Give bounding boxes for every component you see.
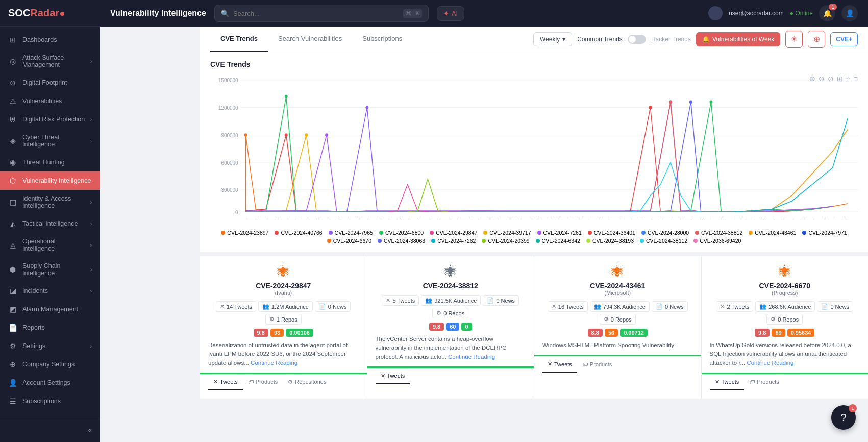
sidebar-item-vuln-intelligence[interactable]: ⬡ Vulnerability Intelligence: [0, 171, 100, 190]
sidebar-item-operational-intelligence[interactable]: ◬ Operational Intelligence ›: [0, 233, 100, 257]
score1-cve-29847: 9.8: [254, 329, 268, 337]
sidebar-item-account-settings[interactable]: 👤 Account Settings: [0, 374, 100, 392]
nav-icon-alarm-management: ◩: [8, 305, 17, 313]
legend-label-cve20: CVE-2036-69420: [700, 238, 741, 244]
sidebar-item-subscriptions[interactable]: ☰ Subscriptions: [0, 392, 100, 410]
nav-label-dashboards: Dashboards: [22, 36, 92, 43]
sidebar-collapse-btn[interactable]: «: [0, 422, 100, 438]
nav-icon-digital-footprint: ⊙: [8, 79, 17, 87]
score3-cve-29847: 0.00106: [286, 329, 313, 337]
legend-label-cve11: CVE-2024-43461: [755, 230, 796, 236]
svg-text:Sep 16: Sep 16: [792, 216, 806, 217]
cve-card-cve-6670: 🕷 CVE-2024-6670 (Progress) ✕ 2 Tweets 👥 …: [702, 256, 869, 399]
nav-label-cyber-threat: Cyber Threat Intelligence: [22, 134, 85, 148]
sidebar-item-identity-access[interactable]: ◫ Identity & Access Intelligence ›: [0, 190, 100, 214]
card-tab-tweets-cve-6670[interactable]: ✕ Tweets: [710, 375, 745, 390]
legend-dot-cve19: [640, 239, 644, 243]
legend-dot-cve20: [693, 239, 698, 243]
sidebar-item-attack-surface[interactable]: ◎ Attack Surface Management ›: [0, 49, 100, 73]
svg-text:0: 0: [235, 209, 238, 215]
sidebar-item-digital-footprint[interactable]: ⊙ Digital Footprint: [0, 73, 100, 92]
svg-point-50: [669, 101, 672, 104]
legend-label-cve7: CVE-2024-7261: [543, 230, 582, 236]
svg-text:Sep 03: Sep 03: [529, 216, 543, 217]
sidebar-item-company-settings[interactable]: ⊕ Company Settings: [0, 355, 100, 374]
download-icon[interactable]: ⊞: [837, 75, 843, 83]
legend-dot-cve5: [430, 231, 434, 235]
svg-text:1200000: 1200000: [218, 105, 238, 111]
card-tab-products-cve-6670[interactable]: 🏷 Products: [744, 375, 784, 390]
continue-reading-cve-6670[interactable]: Continue Reading: [747, 360, 793, 366]
weekly-dropdown[interactable]: Weekly ▾: [533, 32, 572, 46]
ai-button[interactable]: ✦ AI: [437, 6, 464, 21]
search-bar[interactable]: 🔍 ⌘ K: [214, 5, 429, 22]
zoom-in-icon[interactable]: ⊕: [809, 75, 815, 83]
notification-btn[interactable]: 🔔 1: [819, 5, 835, 21]
svg-point-45: [305, 133, 308, 136]
chat-fab[interactable]: ? 1: [831, 405, 856, 430]
svg-text:Sep 01: Sep 01: [488, 216, 502, 217]
chart-legend: CVE-2024-23897 CVE-2024-40766 CVE-2024-7…: [210, 230, 858, 244]
legend-dot-cve4: [379, 231, 383, 235]
nav-label-company-settings: Company Settings: [22, 361, 92, 368]
repos-icon-cve-43461: ⚙: [604, 316, 609, 323]
hacker-trends-toggle[interactable]: [628, 35, 646, 44]
tab-search-vulns[interactable]: Search Vulnerabilities: [268, 27, 352, 52]
sidebar-item-vulnerabilities[interactable]: ⚠ Vulnerabilities: [0, 92, 100, 110]
score2-cve-6670: 89: [772, 329, 785, 337]
card-tab-repositories-cve-29847[interactable]: ⚙ Repositories: [283, 375, 331, 390]
sidebar-item-threat-hunting[interactable]: ◉ Threat Hunting: [0, 153, 100, 171]
legend-dot-cve1: [221, 231, 225, 235]
card-tab-products-cve-29847[interactable]: 🏷 Products: [243, 375, 283, 390]
sidebar-item-cyber-threat[interactable]: ◈ Cyber Threat Intelligence ›: [0, 129, 100, 153]
tab-cve-trends[interactable]: CVE Trends: [210, 27, 268, 52]
sidebar-item-reports[interactable]: 📄 Reports: [0, 318, 100, 337]
sidebar-item-supply-chain[interactable]: ⬢ Supply Chain Intelligence ›: [0, 257, 100, 282]
card-tab-products-cve-43461[interactable]: 🏷 Products: [577, 357, 617, 373]
sidebar-item-dashboards[interactable]: ⊞ Dashboards: [0, 31, 100, 49]
continue-reading-cve-29847[interactable]: Continue Reading: [251, 360, 297, 366]
sidebar-item-incidents[interactable]: ◪ Incidents ›: [0, 282, 100, 300]
repos-badge-cve-29847: ⚙ 1 Repos: [265, 314, 302, 325]
cve-plus-btn[interactable]: CVE+: [830, 32, 858, 46]
plus-circle-btn[interactable]: ⊕: [808, 31, 825, 48]
legend-label-cve16: CVE-2024-20399: [488, 238, 529, 244]
legend-label-cve12: CVE-2024-7971: [808, 230, 847, 236]
nav-icon-account-settings: 👤: [8, 379, 17, 387]
cve-title-cve-43461: CVE-2024-43461: [542, 282, 693, 290]
chart-title: CVE Trends: [210, 60, 858, 68]
svg-text:Aug 21: Aug 21: [266, 216, 280, 217]
tab-icon-cve-6670-1: 🏷: [749, 379, 755, 385]
vulnerabilities-of-week-btn[interactable]: 🔔 Vulnerabilities of Week: [696, 32, 780, 46]
card-tab-tweets-cve-29847[interactable]: ✕ Tweets: [208, 375, 243, 390]
x-icon-cve-38812: ✕: [386, 297, 390, 304]
home-icon[interactable]: ⌂: [846, 75, 850, 83]
sidebar-item-digital-risk[interactable]: ⛨ Digital Risk Protection ›: [0, 110, 100, 129]
svg-text:Aug 24: Aug 24: [327, 216, 340, 217]
menu-icon[interactable]: ≡: [854, 75, 858, 83]
svg-text:Sep 15: Sep 15: [772, 216, 785, 217]
user-menu-btn[interactable]: 👤: [841, 5, 858, 21]
continue-reading-cve-38812[interactable]: Continue Reading: [448, 354, 495, 360]
cve-description-cve-43461: Windows MSHTML Platform Spoofing Vulnera…: [542, 341, 693, 350]
zoom-fit-icon[interactable]: ⊙: [828, 75, 834, 83]
tab-icon-cve-6670-0: ✕: [715, 379, 720, 385]
nav-label-digital-risk: Digital Risk Protection: [22, 116, 85, 123]
sidebar-item-tactical-intelligence[interactable]: ◭ Tactical Intelligence ›: [0, 214, 100, 233]
audience-icon-cve-29847: 👥: [262, 303, 269, 310]
zoom-out-icon[interactable]: ⊖: [819, 75, 825, 83]
card-tab-tweets-cve-43461[interactable]: ✕ Tweets: [542, 357, 577, 373]
main-content: CVE Trends Search Vulnerabilities Subscr…: [200, 27, 868, 442]
chevron-icon-supply-chain: ›: [90, 267, 92, 273]
svg-text:Sep 10: Sep 10: [671, 216, 684, 217]
nav-icon-cyber-threat: ◈: [8, 137, 17, 145]
tab-subscriptions[interactable]: Subscriptions: [352, 27, 412, 52]
search-input[interactable]: [233, 10, 399, 17]
legend-label-cve3: CVE-2024-7965: [335, 230, 373, 236]
sidebar-item-settings[interactable]: ⚙ Settings ›: [0, 337, 100, 355]
svg-text:Sep 13: Sep 13: [731, 216, 745, 217]
sidebar-item-alarm-management[interactable]: ◩ Alarm Management: [0, 300, 100, 318]
card-tab-tweets-cve-38812[interactable]: ✕ Tweets: [376, 369, 410, 384]
sun-icon-btn[interactable]: ☀: [785, 31, 803, 48]
legend-label-cve8: CVE-2024-36401: [594, 230, 635, 236]
